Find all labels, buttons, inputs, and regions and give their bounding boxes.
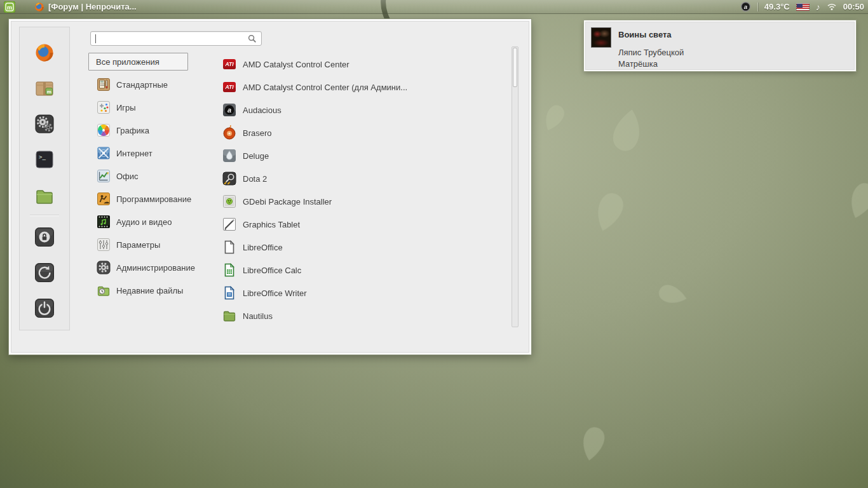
application-item[interactable]: ATIAMD Catalyst Control Center <box>211 53 505 76</box>
shutdown-button[interactable] <box>34 298 55 318</box>
libreoffice-icon <box>222 240 237 255</box>
desktop: { "colors": { "desktop_base": "#8d957a",… <box>0 0 868 488</box>
libreoffice-writer-icon <box>222 285 237 301</box>
svg-text:ATI: ATI <box>224 84 234 90</box>
category-label: Интернет <box>116 149 153 158</box>
taskbar-window-title: [Форум | Непрочита... <box>48 2 137 11</box>
nautilus-icon <box>222 308 237 323</box>
firefox-small-icon <box>34 2 44 12</box>
category-label: Администрирование <box>116 263 195 273</box>
album-art <box>591 27 611 48</box>
graphics-tablet-icon <box>222 217 237 232</box>
application-label: Nautilus <box>243 311 273 321</box>
lock-screen-icon <box>34 227 55 247</box>
scrollbar-thumb[interactable] <box>513 48 517 87</box>
svg-text:a: a <box>744 3 748 10</box>
application-label: Brasero <box>243 128 272 138</box>
mint-menu-popup: m>_ Все приложения СтандартныеИгрыГрафик… <box>9 19 531 355</box>
us-flag-icon[interactable] <box>796 3 810 11</box>
all-applications-button[interactable]: Все приложения <box>88 53 188 71</box>
application-item[interactable]: LibreOffice Calc <box>211 259 505 281</box>
lock-screen-button[interactable] <box>34 227 55 247</box>
category-item[interactable]: Офис <box>88 165 217 187</box>
search-box[interactable] <box>90 31 262 46</box>
internet-icon <box>96 146 111 161</box>
favorites-separator <box>30 215 59 215</box>
files-button[interactable] <box>34 186 55 207</box>
audacious-icon: a <box>222 102 237 118</box>
application-list: ATIAMD Catalyst Control CenterATIAMD Cat… <box>211 53 505 327</box>
category-item[interactable]: Графика <box>88 119 217 142</box>
application-item[interactable]: Nautilus <box>211 304 505 327</box>
app-list-scrollbar[interactable] <box>512 46 519 327</box>
application-label: GDebi Package Installer <box>243 197 332 207</box>
category-item[interactable]: Администрирование <box>88 256 217 279</box>
svg-text:ATI: ATI <box>224 61 234 67</box>
audacious-tray-icon[interactable]: a <box>740 1 751 12</box>
tray-separator <box>757 3 758 11</box>
preferences-icon <box>96 237 111 252</box>
category-label: Аудио и видео <box>116 217 172 227</box>
application-item[interactable]: LibreOffice Writer <box>211 281 505 304</box>
application-label: AMD Catalyst Control Center <box>243 60 349 69</box>
category-item[interactable]: Программирование <box>88 187 217 210</box>
svg-text:>_: >_ <box>39 154 46 160</box>
svg-text:a: a <box>227 106 231 114</box>
graphics-icon <box>96 123 111 138</box>
taskbar-window-firefox[interactable]: [Форум | Непрочита... <box>31 1 140 13</box>
application-item[interactable]: Dota 2 <box>211 167 505 190</box>
application-item[interactable]: GDebi Package Installer <box>211 190 505 213</box>
note-icon[interactable]: ♪ <box>816 2 820 12</box>
application-item[interactable]: ATIAMD Catalyst Control Center (для Адми… <box>211 76 505 98</box>
category-label: Стандартные <box>116 80 168 90</box>
logout-button[interactable] <box>34 262 55 283</box>
system-settings-button[interactable] <box>34 114 55 134</box>
amd-catalyst-icon: ATI <box>222 79 237 95</box>
category-label: Программирование <box>116 194 191 204</box>
application-label: Graphics Tablet <box>243 220 300 229</box>
software-manager-icon: m <box>34 78 55 98</box>
firefox-button[interactable] <box>34 43 55 63</box>
application-label: Audacious <box>243 105 281 115</box>
category-item[interactable]: Недавние файлы <box>88 279 217 302</box>
application-item[interactable]: aAudacious <box>211 98 505 121</box>
gdebi-icon <box>222 194 237 209</box>
amd-catalyst-icon: ATI <box>222 57 237 72</box>
application-label: LibreOffice <box>243 243 283 252</box>
text-caret <box>95 34 96 43</box>
application-item[interactable]: Deluge <box>211 144 505 167</box>
music-notification[interactable]: Воины света Ляпис Трубецкой Матрёшка <box>584 20 856 71</box>
administration-icon <box>96 260 111 275</box>
system-tray: a 49.3°C ♪ 00:50 <box>740 1 864 12</box>
application-item[interactable]: Brasero <box>211 121 505 144</box>
programming-icon <box>96 191 111 207</box>
system-settings-icon <box>34 114 55 134</box>
category-item[interactable]: Игры <box>88 96 217 119</box>
audio-video-icon <box>96 214 111 229</box>
games-icon <box>96 100 111 115</box>
notification-artist: Ляпис Трубецкой <box>618 48 684 57</box>
favorites-column: m>_ <box>19 27 70 330</box>
application-item[interactable]: Graphics Tablet <box>211 213 505 236</box>
category-item[interactable]: Интернет <box>88 142 217 165</box>
category-item[interactable]: Параметры <box>88 233 217 256</box>
notification-album: Матрёшка <box>618 59 684 69</box>
firefox-icon <box>34 43 55 63</box>
category-item[interactable]: Стандартные <box>88 73 217 96</box>
mint-menu-icon[interactable]: m <box>4 1 15 13</box>
accessories-icon <box>96 77 111 92</box>
category-label: Офис <box>116 172 139 181</box>
category-label: Параметры <box>116 240 160 250</box>
application-label: LibreOffice Writer <box>243 288 307 298</box>
libreoffice-calc-icon <box>222 262 237 278</box>
temperature-applet[interactable]: 49.3°C <box>764 2 790 11</box>
terminal-button[interactable]: >_ <box>34 149 55 170</box>
software-manager-button[interactable]: m <box>34 78 55 98</box>
category-item[interactable]: Аудио и видео <box>88 210 217 233</box>
application-item[interactable]: LibreOffice <box>211 236 505 259</box>
brasero-icon <box>222 125 237 140</box>
search-input[interactable] <box>97 34 247 43</box>
application-label: Dota 2 <box>243 174 267 184</box>
wifi-icon[interactable] <box>827 3 837 11</box>
clock-applet[interactable]: 00:50 <box>843 2 864 11</box>
